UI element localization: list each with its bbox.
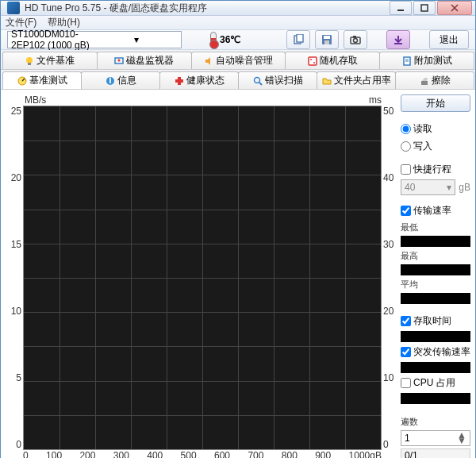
min-value xyxy=(401,236,470,247)
tab-benchmark[interactable]: 基准测试 xyxy=(2,71,82,89)
window-title: HD Tune Pro 5.75 - 硬盘/固态硬盘实用程序 xyxy=(25,2,388,15)
tab-extra-tests[interactable]: 附加测试 xyxy=(379,52,474,69)
thermometer-icon xyxy=(210,32,217,48)
svg-rect-7 xyxy=(324,36,330,39)
svg-rect-5 xyxy=(297,34,303,42)
quick-checkbox[interactable] xyxy=(401,164,411,175)
quick-row: 快捷行程 xyxy=(401,162,470,177)
burst-rate-label: 突发传输速率 xyxy=(413,345,470,359)
access-time-checkbox[interactable] xyxy=(401,316,411,326)
y-axis-right: 50 40 30 20 10 0 xyxy=(382,106,396,450)
download-button[interactable] xyxy=(386,30,410,49)
read-radio[interactable] xyxy=(401,124,411,134)
max-value xyxy=(401,264,470,275)
minimize-button[interactable] xyxy=(390,1,412,15)
save-button[interactable] xyxy=(315,30,339,49)
access-time-value xyxy=(401,331,470,342)
cpu-checkbox[interactable] xyxy=(401,378,411,388)
temperature-value: 36℃ xyxy=(220,34,240,45)
passes-spinner[interactable]: 1 ▲▼ xyxy=(401,430,470,446)
transfer-rate-label: 传输速率 xyxy=(413,204,451,217)
tab-aam[interactable]: 自动噪音管理 xyxy=(191,52,286,69)
burst-rate-row: 突发传输速率 xyxy=(401,344,470,360)
svg-rect-14 xyxy=(28,63,31,65)
menu-file[interactable]: 文件(F) xyxy=(6,16,36,29)
avg-label: 平均 xyxy=(401,279,470,291)
read-radio-row: 读取 xyxy=(401,121,470,137)
tab-erase[interactable]: 擦除 xyxy=(395,71,474,89)
svg-point-10 xyxy=(354,39,358,43)
quick-label: 快捷行程 xyxy=(413,163,451,176)
transfer-rate-checkbox[interactable] xyxy=(401,206,411,216)
menu-help[interactable]: 帮助(H) xyxy=(48,16,80,29)
tab-random-access[interactable]: 随机存取 xyxy=(285,52,380,69)
svg-text:i: i xyxy=(109,76,111,86)
maximize-button[interactable] xyxy=(413,1,436,15)
temperature-display: 36℃ xyxy=(210,32,240,48)
cpu-label: CPU 占用 xyxy=(413,376,455,390)
cpu-row: CPU 占用 xyxy=(401,375,470,391)
chevron-down-icon: ▾ xyxy=(447,182,451,193)
write-label: 写入 xyxy=(413,140,432,153)
tab-error-scan[interactable]: 错误扫描 xyxy=(238,71,317,89)
tab-health[interactable]: 健康状态 xyxy=(159,71,239,89)
gauge-icon xyxy=(17,76,27,86)
progress-display: 0/1 xyxy=(401,448,470,458)
lightbulb-icon xyxy=(25,56,34,66)
tab-file-benchmark[interactable]: 文件基准 xyxy=(2,52,98,69)
read-label: 读取 xyxy=(413,122,432,136)
close-button[interactable] xyxy=(437,1,472,15)
y-right-unit: ms xyxy=(369,94,382,106)
burst-rate-value xyxy=(401,362,470,373)
svg-line-30 xyxy=(259,83,262,85)
chart-plot xyxy=(23,106,382,450)
access-time-label: 存取时间 xyxy=(413,314,451,328)
exit-button[interactable]: 退出 xyxy=(429,30,469,49)
health-icon xyxy=(175,76,184,86)
y-axis-left: 25 20 15 10 5 0 xyxy=(6,106,23,450)
monitor-icon xyxy=(114,56,124,66)
burst-rate-checkbox[interactable] xyxy=(401,347,411,357)
content-area: MB/s ms 25 20 15 10 5 0 50 40 30 20 xyxy=(1,90,475,458)
clipboard-icon xyxy=(402,56,412,66)
tab-info[interactable]: i信息 xyxy=(81,71,160,89)
access-time-row: 存取时间 xyxy=(401,314,470,329)
write-radio-row: 写入 xyxy=(401,139,470,154)
avg-value xyxy=(401,293,470,304)
chevron-down-icon: ▾ xyxy=(94,34,178,45)
side-panel: 开始 读取 写入 快捷行程 40 ▾ gB xyxy=(401,93,470,458)
quick-unit: gB xyxy=(459,182,470,193)
tab-disk-monitor[interactable]: 磁盘监视器 xyxy=(97,52,192,69)
svg-rect-8 xyxy=(324,40,329,44)
drive-select[interactable]: ST1000DM010-2EP102 (1000 gB) ▾ xyxy=(7,31,182,48)
svg-point-13 xyxy=(26,57,33,64)
quick-value-select[interactable]: 40 ▾ xyxy=(401,179,455,195)
x-axis: 0 100 200 300 400 500 600 700 800 900 10… xyxy=(6,450,396,458)
y-left-unit: MB/s xyxy=(25,94,46,106)
write-radio[interactable] xyxy=(401,141,411,152)
speaker-icon xyxy=(204,56,213,66)
tabs-row-1: 文件基准 磁盘监视器 自动噪音管理 随机存取 附加测试 xyxy=(1,50,475,70)
svg-point-19 xyxy=(313,62,315,64)
titlebar: HD Tune Pro 5.75 - 硬盘/固态硬盘实用程序 xyxy=(1,1,475,16)
tab-folder-usage[interactable]: 文件夹占用率 xyxy=(317,71,396,89)
folder-icon xyxy=(322,76,332,86)
svg-rect-1 xyxy=(421,5,428,11)
screenshot-button[interactable] xyxy=(344,30,367,49)
svg-rect-11 xyxy=(353,36,356,38)
max-label: 最高 xyxy=(401,250,470,262)
app-icon xyxy=(7,2,20,14)
svg-rect-28 xyxy=(175,79,183,83)
info-icon: i xyxy=(106,76,115,86)
copy-button[interactable] xyxy=(286,30,310,49)
app-window: HD Tune Pro 5.75 - 硬盘/固态硬盘实用程序 文件(F) 帮助(… xyxy=(0,0,476,458)
start-button[interactable]: 开始 xyxy=(401,94,470,112)
search-icon xyxy=(253,76,263,86)
svg-point-29 xyxy=(254,77,259,83)
drive-selected-text: ST1000DM010-2EP102 (1000 gB) xyxy=(11,29,94,51)
svg-rect-17 xyxy=(309,57,317,65)
passes-label: 遍数 xyxy=(401,416,470,428)
spinner-arrows-icon: ▲▼ xyxy=(457,433,466,444)
dice-icon xyxy=(308,56,317,66)
min-label: 最低 xyxy=(401,221,470,233)
